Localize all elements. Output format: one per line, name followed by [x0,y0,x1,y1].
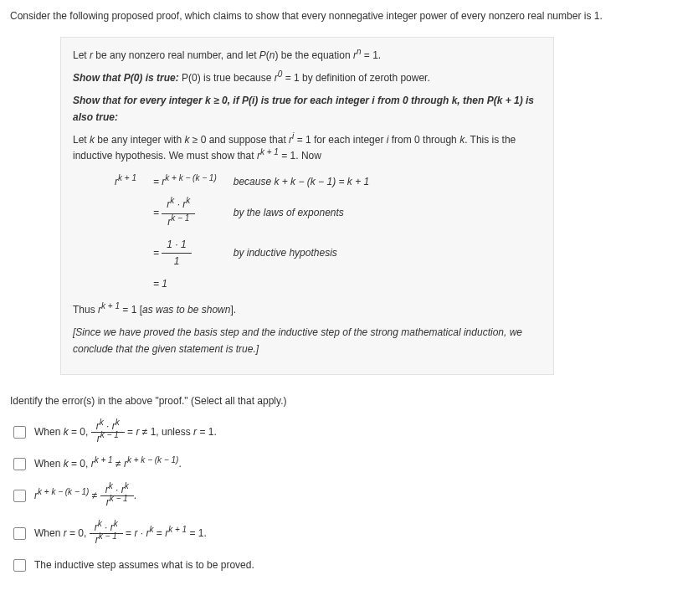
option-1-label: When k = 0, rk · rk rk − 1 = r ≠ 1, unle… [34,420,217,444]
question-text: Identify the error(s) in the above "proo… [10,395,683,407]
options-list: When k = 0, rk · rk rk − 1 = r ≠ 1, unle… [10,415,683,580]
checkbox-icon[interactable] [13,426,26,439]
proof-inductive-setup: Let k be any integer with k ≥ 0 and supp… [73,132,542,164]
option-5[interactable]: The inductive step assumes what is to be… [10,554,683,580]
proof-line-1: Let r be any nonzero real number, and le… [73,48,542,64]
proof-thus: Thus rk + 1 = 1 [as was to be shown]. [73,302,542,318]
checkbox-icon[interactable] [13,490,26,502]
checkbox-icon[interactable] [13,458,26,470]
option-3-label: rk + k − (k − 1) ≠ rk · rk rk − 1 . [34,484,136,508]
option-4[interactable]: When r = 0, rk · rk rk − 1 = r · rk = rk… [10,516,683,554]
option-1[interactable]: When k = 0, rk · rk rk − 1 = r ≠ 1, unle… [10,415,683,453]
option-3[interactable]: rk + k − (k − 1) ≠ rk · rk rk − 1 . [10,479,683,516]
proof-closing: [Since we have proved the basis step and… [73,325,542,357]
proof-basis: Show that P(0) is true: P(0) is true bec… [73,70,542,86]
option-2[interactable]: When k = 0, rk + 1 ≠ rk + k − (k − 1). [10,453,683,479]
proof-inductive-header: Show that for every integer k ≥ 0, if P(… [73,93,542,125]
proof-box: Let r be any nonzero real number, and le… [60,37,554,375]
equation-chain: rk + 1 = rk + k − (k − 1) because k + k … [106,171,377,295]
checkbox-icon[interactable] [13,559,26,572]
option-5-label: The inductive step assumes what is to be… [34,559,254,571]
option-4-label: When r = 0, rk · rk rk − 1 = r · rk = rk… [34,521,207,546]
checkbox-icon[interactable] [13,527,26,540]
option-2-label: When k = 0, rk + 1 ≠ rk + k − (k − 1). [34,458,182,470]
problem-intro: Consider the following proposed proof, w… [10,8,683,23]
